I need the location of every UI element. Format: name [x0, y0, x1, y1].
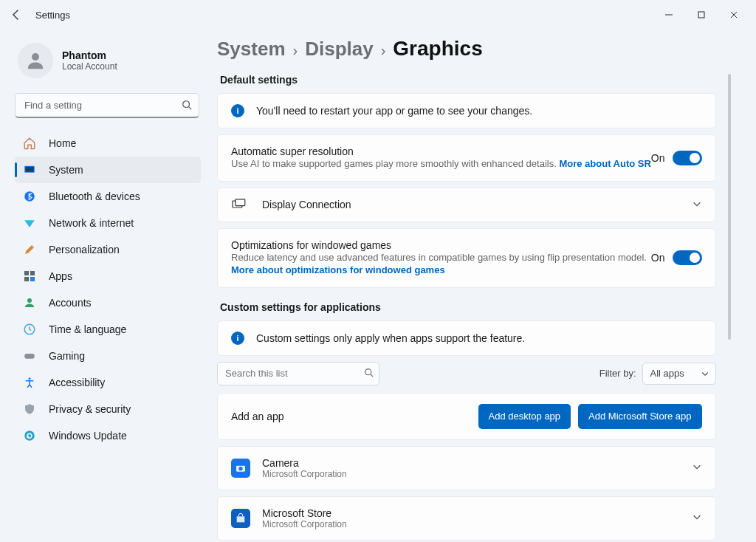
- add-desktop-app-button[interactable]: Add desktop app: [478, 404, 571, 429]
- setting-desc: Reduce latency and use advanced features…: [231, 252, 647, 263]
- chevron-down-icon: [692, 512, 702, 524]
- sidebar-item-home[interactable]: Home: [15, 130, 201, 157]
- home-icon: [22, 136, 37, 151]
- chevron-right-icon: ›: [293, 42, 298, 59]
- back-button[interactable]: [6, 4, 27, 25]
- svg-rect-10: [24, 271, 29, 275]
- gaming-icon: [22, 349, 37, 363]
- section-default-settings: Default settings: [220, 74, 716, 86]
- sidebar-item-apps[interactable]: Apps: [15, 263, 201, 289]
- user-sub: Local Account: [62, 61, 117, 72]
- camera-app-icon: [231, 459, 250, 478]
- app-publisher: Microsoft Corporation: [262, 519, 347, 529]
- app-row-microsoft-store[interactable]: Microsoft Store Microsoft Corporation: [217, 496, 716, 541]
- bluetooth-icon: [22, 189, 37, 204]
- section-custom-settings: Custom settings for applications: [220, 301, 716, 313]
- link-auto-sr[interactable]: More about Auto SR: [559, 158, 650, 169]
- app-publisher: Microsoft Corporation: [262, 469, 347, 479]
- sidebar-item-system[interactable]: System: [15, 157, 201, 183]
- toggle-state-label: On: [651, 252, 665, 264]
- scrollbar[interactable]: [728, 74, 731, 340]
- sidebar-item-gaming[interactable]: Gaming: [15, 343, 201, 369]
- breadcrumb-graphics: Graphics: [393, 37, 482, 61]
- sidebar-item-time[interactable]: Time & language: [15, 316, 201, 343]
- setting-windowed-games: Optimizations for windowed games Reduce …: [217, 228, 716, 288]
- svg-line-22: [371, 374, 373, 377]
- svg-point-18: [24, 430, 35, 441]
- title-bar: Settings: [0, 0, 756, 30]
- info-text: You'll need to restart your app or game …: [256, 105, 532, 117]
- app-search-input[interactable]: [217, 362, 379, 385]
- app-name: Microsoft Store: [262, 507, 347, 519]
- link-windowed-games[interactable]: More about optimizations for windowed ga…: [231, 264, 445, 275]
- chevron-down-icon: [692, 199, 702, 211]
- nav-label: Accessibility: [49, 377, 105, 388]
- sidebar-item-update[interactable]: Windows Update: [15, 422, 201, 449]
- filter-row: Filter by: All apps: [217, 362, 716, 385]
- svg-rect-13: [30, 277, 35, 281]
- nav-list: Home System Bluetooth & devices Network …: [15, 130, 201, 449]
- nav-label: Privacy & security: [49, 403, 131, 415]
- close-button[interactable]: [718, 3, 750, 27]
- sidebar-item-personalization[interactable]: Personalization: [15, 236, 201, 263]
- app-name: Camera: [262, 457, 347, 469]
- svg-rect-16: [24, 354, 35, 359]
- personalization-icon: [22, 242, 37, 257]
- toggle-windowed-games[interactable]: [673, 250, 702, 265]
- display-connection-row[interactable]: Display Connection: [217, 188, 716, 222]
- sidebar-item-bluetooth[interactable]: Bluetooth & devices: [15, 183, 201, 210]
- sidebar-search[interactable]: [15, 93, 199, 118]
- app-list-search[interactable]: [217, 362, 379, 385]
- display-connection-icon: [231, 199, 246, 210]
- nav-label: Gaming: [49, 350, 85, 362]
- svg-point-24: [238, 467, 242, 470]
- accessibility-icon: [22, 375, 37, 390]
- add-app-label: Add an app: [231, 411, 284, 422]
- svg-point-5: [183, 101, 190, 108]
- svg-point-9: [24, 191, 35, 202]
- maximize-button[interactable]: [685, 3, 718, 27]
- svg-rect-1: [698, 12, 704, 18]
- toggle-state-label: On: [651, 152, 665, 164]
- nav-label: Time & language: [49, 323, 126, 335]
- nav-label: Home: [49, 137, 76, 149]
- svg-rect-20: [236, 199, 245, 206]
- nav-label: Personalization: [49, 244, 120, 255]
- add-app-row: Add an app Add desktop app Add Microsoft…: [217, 393, 716, 440]
- svg-point-21: [365, 368, 371, 374]
- svg-line-6: [189, 107, 192, 110]
- breadcrumb-display[interactable]: Display: [305, 38, 374, 61]
- svg-point-14: [27, 298, 32, 303]
- nav-label: Windows Update: [49, 430, 127, 442]
- app-row-camera[interactable]: Camera Microsoft Corporation: [217, 446, 716, 490]
- add-store-app-button[interactable]: Add Microsoft Store app: [578, 404, 701, 429]
- sidebar-item-network[interactable]: Network & internet: [15, 210, 201, 236]
- privacy-icon: [22, 402, 37, 416]
- nav-label: Network & internet: [49, 217, 134, 229]
- search-icon: [182, 100, 192, 112]
- setting-auto-super-resolution: Automatic super resolution Use AI to mak…: [217, 134, 716, 182]
- filter-select[interactable]: All apps: [642, 363, 716, 385]
- search-input[interactable]: [15, 93, 199, 118]
- chevron-down-icon: [692, 462, 702, 474]
- sidebar-item-accounts[interactable]: Accounts: [15, 289, 201, 316]
- info-custom-settings: i Custom settings only apply when apps s…: [217, 320, 716, 356]
- svg-rect-11: [30, 271, 35, 275]
- minimize-button[interactable]: [653, 3, 685, 27]
- apps-icon: [22, 269, 37, 284]
- info-icon: i: [231, 104, 244, 117]
- time-icon: [22, 322, 37, 337]
- sidebar-item-accessibility[interactable]: Accessibility: [15, 369, 201, 396]
- avatar: [18, 43, 53, 78]
- info-icon: i: [231, 332, 244, 345]
- store-app-icon: [231, 509, 250, 528]
- setting-title: Optimizations for windowed games: [231, 239, 651, 251]
- user-block[interactable]: Phantom Local Account: [15, 40, 201, 90]
- setting-desc: Use AI to make supported games play more…: [231, 158, 559, 169]
- info-text: Custom settings only apply when apps sup…: [256, 332, 525, 344]
- svg-point-4: [32, 53, 39, 61]
- toggle-auto-sr[interactable]: [673, 151, 702, 165]
- sidebar-item-privacy[interactable]: Privacy & security: [15, 396, 201, 422]
- breadcrumb-system[interactable]: System: [217, 38, 286, 61]
- accounts-icon: [22, 295, 37, 310]
